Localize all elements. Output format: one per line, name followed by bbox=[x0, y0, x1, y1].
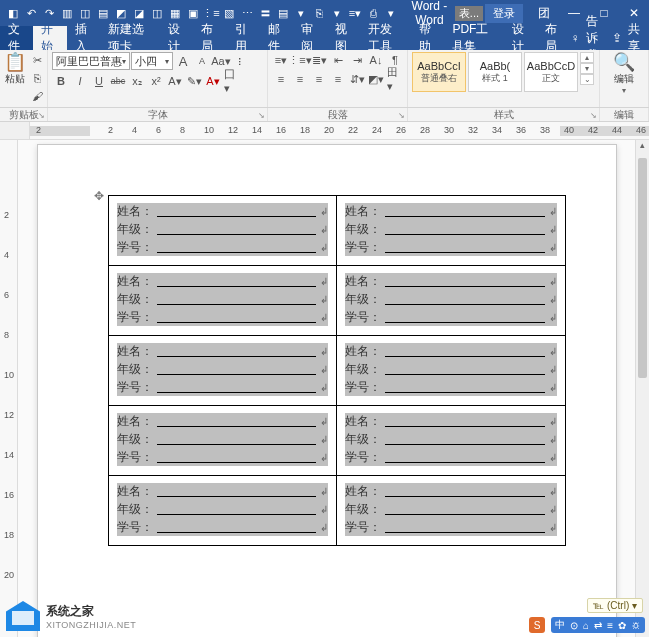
label-cell[interactable]: 姓名：↲年级：↲学号：↲ bbox=[337, 406, 566, 476]
copy-icon[interactable]: ⎘ bbox=[28, 70, 46, 86]
tab-help[interactable]: 帮助 bbox=[411, 26, 444, 50]
label-cell[interactable]: 姓名：↲年级：↲学号：↲ bbox=[108, 196, 337, 266]
tab-table-layout[interactable]: 布局 bbox=[537, 26, 570, 50]
editing-button[interactable]: 🔍 编辑 ▾ bbox=[607, 52, 641, 95]
vertical-ruler[interactable]: 2 4 6 8 10 12 14 16 18 20 bbox=[0, 140, 18, 637]
tab-layout[interactable]: 布局 bbox=[193, 26, 226, 50]
ime-group[interactable]: 中 ⊙ ⌂ ⇄ ≡ ✿ ⛭ bbox=[551, 617, 645, 633]
document-area[interactable]: ✥ 姓名：↲年级：↲学号：↲姓名：↲年级：↲学号：↲姓名：↲年级：↲学号：↲姓名… bbox=[18, 140, 635, 637]
label-cell[interactable]: 姓名：↲年级：↲学号：↲ bbox=[337, 196, 566, 266]
tell-me-icon[interactable]: ♀ bbox=[571, 31, 580, 45]
tab-mailings[interactable]: 邮件 bbox=[260, 26, 293, 50]
label-cell[interactable]: 姓名：↲年级：↲学号：↲ bbox=[108, 336, 337, 406]
cut-icon[interactable]: ✂ bbox=[28, 52, 46, 68]
shrink-font-icon[interactable]: A bbox=[193, 53, 211, 69]
style-item-3[interactable]: AaBbCcD 正文 bbox=[524, 52, 578, 92]
label-cell[interactable]: 姓名：↲年级：↲学号：↲ bbox=[337, 476, 566, 546]
qat-icon-8[interactable]: ◪ bbox=[132, 6, 146, 20]
paste-button[interactable]: 📋 粘贴 bbox=[4, 52, 26, 86]
tab-newtab[interactable]: 新建选项卡 bbox=[100, 26, 160, 50]
qat-icon-19[interactable]: ▾ bbox=[330, 6, 344, 20]
qat-icon-12[interactable]: ⋮≡ bbox=[204, 6, 218, 20]
login-button[interactable]: 登录 bbox=[485, 4, 523, 23]
highlight-button[interactable]: ✎▾ bbox=[185, 73, 203, 89]
numbering-button[interactable]: ⋮≡▾ bbox=[291, 52, 309, 68]
scroll-more-icon[interactable]: ⌄ bbox=[580, 74, 594, 85]
tab-design[interactable]: 设计 bbox=[160, 26, 193, 50]
minimize-button[interactable]: — bbox=[559, 0, 589, 26]
share-icon[interactable]: ⇪ bbox=[612, 31, 622, 45]
qat-icon-20[interactable]: ≡▾ bbox=[348, 6, 362, 20]
page[interactable]: ✥ 姓名：↲年级：↲学号：↲姓名：↲年级：↲学号：↲姓名：↲年级：↲学号：↲姓名… bbox=[37, 144, 617, 637]
qat-icon-7[interactable]: ◩ bbox=[114, 6, 128, 20]
align-center-button[interactable]: ≡ bbox=[291, 71, 309, 87]
qat-icon-16[interactable]: ▤ bbox=[276, 6, 290, 20]
qat-icon-14[interactable]: ⋯ bbox=[240, 6, 254, 20]
tab-insert[interactable]: 插入 bbox=[67, 26, 100, 50]
qat-icon-5[interactable]: ◫ bbox=[78, 6, 92, 20]
bold-button[interactable]: B bbox=[52, 73, 70, 89]
grow-font-icon[interactable]: A bbox=[174, 53, 192, 69]
label-cell[interactable]: 姓名：↲年级：↲学号：↲ bbox=[108, 476, 337, 546]
increase-indent-button[interactable]: ⇥ bbox=[348, 52, 366, 68]
qat-icon-11[interactable]: ▣ bbox=[186, 6, 200, 20]
bullets-button[interactable]: ≡▾ bbox=[272, 52, 290, 68]
paste-options-badge[interactable]: ℡ (Ctrl) ▾ bbox=[587, 598, 643, 613]
align-justify-button[interactable]: ≡ bbox=[329, 71, 347, 87]
scroll-thumb[interactable] bbox=[638, 158, 647, 378]
qat-undo-icon[interactable]: ↶ bbox=[24, 6, 38, 20]
scroll-up-icon[interactable]: ▴ bbox=[636, 140, 649, 154]
tab-home[interactable]: 开始 bbox=[33, 26, 66, 50]
font-size-dropdown[interactable]: 小四▾ bbox=[131, 52, 173, 70]
qat-icon-21[interactable]: ⎙ bbox=[366, 6, 380, 20]
label-cell[interactable]: 姓名：↲年级：↲学号：↲ bbox=[108, 266, 337, 336]
underline-button[interactable]: U bbox=[90, 73, 108, 89]
style-item-1[interactable]: AaBbCcI 普通叠右 bbox=[412, 52, 466, 92]
qat-icon-17[interactable]: ▾ bbox=[294, 6, 308, 20]
dialog-launcher-icon[interactable]: ↘ bbox=[590, 111, 597, 120]
label-cell[interactable]: 姓名：↲年级：↲学号：↲ bbox=[108, 406, 337, 476]
label-cell[interactable]: 姓名：↲年级：↲学号：↲ bbox=[337, 336, 566, 406]
char-border-button[interactable]: 囗▾ bbox=[223, 73, 241, 89]
tab-table-design[interactable]: 设计 bbox=[504, 26, 537, 50]
qat-save-icon[interactable]: ◧ bbox=[6, 6, 20, 20]
dialog-launcher-icon[interactable]: ↘ bbox=[258, 111, 265, 120]
align-right-button[interactable]: ≡ bbox=[310, 71, 328, 87]
tab-pdf[interactable]: PDF工具集 bbox=[444, 26, 504, 50]
tab-review[interactable]: 审阅 bbox=[293, 26, 326, 50]
shading-button[interactable]: ◩▾ bbox=[367, 71, 385, 87]
label-table[interactable]: 姓名：↲年级：↲学号：↲姓名：↲年级：↲学号：↲姓名：↲年级：↲学号：↲姓名：↲… bbox=[108, 195, 566, 546]
strike-button[interactable]: abc bbox=[109, 73, 127, 89]
tab-file[interactable]: 文件 bbox=[0, 26, 33, 50]
line-spacing-button[interactable]: ⇵▾ bbox=[348, 71, 366, 87]
table-move-handle-icon[interactable]: ✥ bbox=[94, 189, 104, 203]
italic-button[interactable]: I bbox=[71, 73, 89, 89]
multilevel-button[interactable]: ≣▾ bbox=[310, 52, 328, 68]
borders-button[interactable]: 田▾ bbox=[386, 71, 404, 87]
label-cell[interactable]: 姓名：↲年级：↲学号：↲ bbox=[337, 266, 566, 336]
ime-s-icon[interactable]: S bbox=[529, 617, 545, 633]
tab-references[interactable]: 引用 bbox=[227, 26, 260, 50]
align-left-button[interactable]: ≡ bbox=[272, 71, 290, 87]
decrease-indent-button[interactable]: ⇤ bbox=[329, 52, 347, 68]
qat-icon-6[interactable]: ▤ bbox=[96, 6, 110, 20]
scroll-down-icon[interactable]: ▾ bbox=[580, 63, 594, 74]
vertical-scrollbar[interactable]: ▴ ▾ bbox=[635, 140, 649, 637]
qat-icon-15[interactable]: 〓 bbox=[258, 6, 272, 20]
text-effects-button[interactable]: A▾ bbox=[166, 73, 184, 89]
qat-redo-icon[interactable]: ↷ bbox=[42, 6, 56, 20]
tab-developer[interactable]: 开发工具 bbox=[360, 26, 411, 50]
subscript-button[interactable]: x₂ bbox=[128, 73, 146, 89]
qat-icon-9[interactable]: ◫ bbox=[150, 6, 164, 20]
qat-icon-10[interactable]: ▦ bbox=[168, 6, 182, 20]
tab-view[interactable]: 视图 bbox=[327, 26, 360, 50]
qat-icon-18[interactable]: ⎘ bbox=[312, 6, 326, 20]
font-name-dropdown[interactable]: 阿里巴巴普惠▾ bbox=[52, 52, 130, 70]
scroll-up-icon[interactable]: ▴ bbox=[580, 52, 594, 63]
sort-button[interactable]: A↓ bbox=[367, 52, 385, 68]
qat-more-icon[interactable]: ▾ bbox=[384, 6, 398, 20]
dialog-launcher-icon[interactable]: ↘ bbox=[38, 111, 45, 120]
style-gallery-scroll[interactable]: ▴ ▾ ⌄ bbox=[580, 52, 594, 85]
qat-icon-13[interactable]: ▧ bbox=[222, 6, 236, 20]
horizontal-ruler[interactable]: 2 2 4 6 8 10 12 14 16 18 20 22 24 26 28 … bbox=[0, 122, 649, 140]
